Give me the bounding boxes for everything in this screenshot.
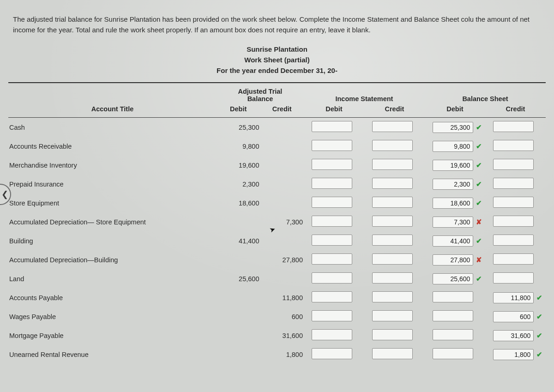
is-credit-cell (364, 345, 414, 364)
bs-credit-mark (535, 212, 546, 231)
bs-credit-mark (535, 175, 546, 193)
bs-credit-cell (485, 175, 535, 193)
is-credit-input[interactable] (372, 235, 413, 246)
adj-credit-cell: 1,800 (260, 345, 304, 364)
bs-debit-input[interactable] (433, 291, 473, 302)
bs-credit-input[interactable] (493, 235, 534, 246)
bs-credit-cell (485, 250, 535, 269)
bs-debit-input[interactable]: 9,800 (433, 141, 473, 152)
ws-title-report: Work Sheet (partial) (8, 54, 546, 65)
bs-credit-cell: 31,600 (485, 326, 535, 345)
is-credit-cell (364, 269, 414, 288)
bs-credit-input[interactable]: 31,600 (493, 330, 534, 341)
is-debit-input[interactable] (312, 253, 352, 265)
is-credit-mark (414, 269, 425, 288)
is-debit-input[interactable] (312, 121, 352, 132)
adj-debit-cell: 25,300 (217, 118, 260, 137)
bs-debit-input[interactable]: 25,300 (433, 122, 473, 133)
table-row: Land25,60025,600✔ (8, 269, 546, 288)
ws-title-company: Sunrise Plantation (8, 44, 546, 54)
bs-credit-input[interactable] (493, 159, 534, 170)
bs-credit-input[interactable] (493, 216, 534, 227)
bs-debit-cell: 27,800 (425, 250, 474, 269)
account-title-cell: Accumulated Depreciation— Store Equipmen… (8, 212, 217, 231)
bs-debit-input[interactable] (433, 310, 473, 321)
bs-credit-input[interactable] (493, 197, 534, 208)
is-debit-input[interactable] (312, 178, 352, 189)
account-title-cell: Accounts Payable (8, 288, 217, 307)
bs-debit-cell: 19,600 (425, 156, 474, 175)
is-debit-input[interactable] (312, 216, 352, 227)
bs-credit-check-icon: ✔ (535, 345, 546, 364)
is-debit-mark (353, 118, 364, 137)
is-credit-input[interactable] (372, 140, 413, 151)
is-debit-input[interactable] (312, 310, 352, 321)
account-title-cell: Unearned Rental Revenue (8, 345, 217, 364)
bs-debit-cell (425, 326, 474, 345)
bs-debit-input[interactable] (433, 348, 473, 359)
is-debit-input[interactable] (312, 291, 352, 302)
adj-debit-cell: 18,600 (217, 193, 260, 212)
bs-debit-input[interactable]: 27,800 (433, 254, 473, 265)
is-debit-input[interactable] (312, 329, 352, 340)
is-debit-mark (353, 307, 364, 326)
is-debit-mark (353, 269, 364, 288)
bs-credit-input[interactable]: 11,800 (493, 292, 534, 303)
bs-credit-mark (535, 193, 546, 212)
is-debit-input[interactable] (312, 140, 352, 151)
bs-debit-cell: 7,300 (425, 212, 474, 231)
bs-debit-cell: 2,300 (425, 175, 474, 193)
table-row: Mortgage Payable31,60031,600✔ (8, 326, 546, 345)
bs-credit-input[interactable] (493, 140, 534, 151)
bs-debit-input[interactable]: 7,300 (433, 217, 473, 228)
is-credit-input[interactable] (372, 329, 413, 340)
is-debit-input[interactable] (312, 197, 352, 208)
bs-debit-cell (425, 307, 474, 326)
is-credit-input[interactable] (372, 159, 413, 170)
is-credit-cell (364, 156, 414, 175)
bs-credit-input[interactable] (493, 121, 534, 132)
adj-debit-cell (217, 345, 260, 364)
is-debit-input[interactable] (312, 272, 352, 283)
bs-debit-cell: 25,600 (425, 269, 474, 288)
bs-debit-input[interactable]: 18,600 (433, 198, 473, 209)
is-credit-cell (364, 118, 414, 137)
table-row: Cash25,30025,300✔ (8, 118, 546, 137)
is-credit-input[interactable] (372, 291, 413, 302)
table-row: Prepaid Insurance2,3002,300✔ (8, 175, 546, 193)
is-credit-input[interactable] (372, 121, 413, 132)
is-debit-input[interactable] (312, 348, 352, 359)
is-credit-input[interactable] (372, 178, 413, 189)
bs-credit-mark (535, 156, 546, 175)
is-credit-input[interactable] (372, 272, 413, 283)
is-debit-input[interactable] (312, 235, 352, 246)
bs-debit-input[interactable]: 19,600 (433, 160, 473, 171)
is-debit-cell (304, 326, 353, 345)
is-credit-mark (414, 118, 425, 137)
bs-credit-input[interactable]: 600 (493, 311, 534, 322)
col-bs-debit: Debit (425, 103, 485, 117)
bs-debit-input[interactable]: 2,300 (433, 179, 473, 190)
adj-credit-cell (260, 231, 304, 250)
bs-credit-check-icon: ✔ (535, 326, 546, 345)
is-credit-input[interactable] (372, 310, 413, 321)
bs-debit-input[interactable] (433, 329, 473, 340)
is-credit-input[interactable] (372, 197, 413, 208)
is-debit-input[interactable] (312, 159, 352, 170)
is-credit-input[interactable] (372, 348, 413, 359)
bs-credit-input[interactable] (493, 253, 534, 265)
bs-debit-check-icon: ✔ (474, 118, 485, 137)
is-debit-cell (304, 137, 353, 156)
bs-debit-input[interactable]: 25,600 (433, 273, 473, 284)
bs-credit-input[interactable]: 1,800 (493, 349, 534, 360)
adj-credit-cell: 600 (260, 307, 304, 326)
worksheet-table: Adjusted Trial Balance Income Statement … (8, 83, 546, 364)
adj-credit-cell (260, 137, 304, 156)
bs-credit-input[interactable] (493, 272, 534, 283)
bs-credit-input[interactable] (493, 178, 534, 189)
bs-debit-input[interactable]: 41,400 (433, 235, 473, 247)
account-title-cell: Mortgage Payable (8, 326, 217, 345)
is-credit-input[interactable] (372, 253, 413, 265)
col-adj-debit: Debit (217, 103, 260, 117)
is-credit-input[interactable] (372, 216, 413, 227)
